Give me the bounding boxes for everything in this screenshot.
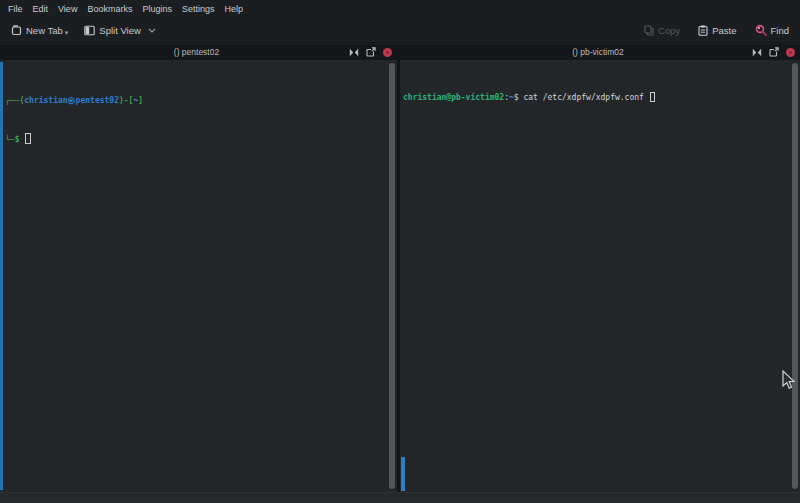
maximize-view-icon[interactable] <box>349 48 359 57</box>
new-tab-label: New Tab <box>26 25 63 36</box>
detach-view-icon[interactable] <box>366 47 376 57</box>
terminal-screen-pentest02[interactable]: ┌──(christian㉿pentest02)-[~] └─$ <box>0 60 397 492</box>
menu-plugins[interactable]: Plugins <box>137 0 177 18</box>
split-view-chevron-down-icon[interactable] <box>148 28 156 33</box>
terminal-cursor <box>25 133 31 144</box>
maximize-view-icon[interactable] <box>752 48 762 57</box>
split-view-icon <box>84 25 95 36</box>
menu-file[interactable]: File <box>3 0 28 18</box>
terminal-screen-pb-victim02[interactable]: christian@pb-victim02:~$ cat /etc/xdpfw/… <box>400 60 800 492</box>
terminal-pane-pentest02: () pentest02 <box>0 44 397 492</box>
new-tab-dropdown-caret-icon[interactable]: ▾ <box>65 29 69 37</box>
find-button[interactable]: Find <box>750 21 794 39</box>
terminal-output-pb-victim02: christian@pb-victim02:~$ cat /etc/xdpfw/… <box>403 65 655 130</box>
prompt-line-1: ┌──(christian㉿pentest02)-[~] <box>5 94 143 107</box>
pane-header-pb-victim02[interactable]: () pb-victim02 <box>400 44 800 60</box>
mouse-pointer-icon <box>782 370 796 390</box>
prompt-line-2: └─$ <box>5 133 143 146</box>
toolbar: New Tab ▾ Split View <box>0 18 800 43</box>
terminal-output-pentest02: ┌──(christian㉿pentest02)-[~] └─$ <box>5 68 143 172</box>
terminal-cursor <box>650 92 655 102</box>
split-view-button[interactable]: Split View <box>79 22 161 39</box>
detach-view-icon[interactable] <box>769 47 779 57</box>
find-magnifier-icon <box>755 24 767 36</box>
close-pane-button[interactable] <box>786 48 795 57</box>
menu-settings[interactable]: Settings <box>177 0 220 18</box>
split-view-container: () pentest02 <box>0 44 800 492</box>
window-bottom-edge <box>0 492 800 503</box>
scroll-position-indicator <box>401 457 405 491</box>
paste-icon <box>698 25 708 36</box>
paste-button[interactable]: Paste <box>693 22 741 39</box>
menu-bookmarks[interactable]: Bookmarks <box>82 0 137 18</box>
scroll-position-indicator <box>0 62 3 490</box>
new-tab-icon <box>11 25 22 36</box>
copy-button: Copy <box>639 22 685 39</box>
menu-bar: File Edit View Bookmarks Plugins Setting… <box>0 0 800 18</box>
split-view-label: Split View <box>99 25 141 36</box>
copy-label: Copy <box>658 25 680 36</box>
konsole-window: File Edit View Bookmarks Plugins Setting… <box>0 0 800 503</box>
menu-help[interactable]: Help <box>219 0 248 18</box>
menu-view[interactable]: View <box>53 0 82 18</box>
prompt-line: christian@pb-victim02:~$ cat /etc/xdpfw/… <box>403 91 655 104</box>
paste-label: Paste <box>712 25 736 36</box>
copy-icon <box>644 25 654 36</box>
pane-title-pentest02: () pentest02 <box>0 47 349 57</box>
close-pane-button[interactable] <box>383 48 392 57</box>
find-label: Find <box>771 25 789 36</box>
new-tab-button[interactable]: New Tab ▾ <box>6 20 73 40</box>
scrollbar-right-pane[interactable] <box>792 63 798 489</box>
scrollbar-left-pane[interactable] <box>389 63 395 489</box>
menu-edit[interactable]: Edit <box>28 0 54 18</box>
terminal-pane-pb-victim02: () pb-victim02 <box>400 44 800 492</box>
pane-title-pb-victim02: () pb-victim02 <box>400 47 752 57</box>
pane-header-pentest02[interactable]: () pentest02 <box>0 44 397 60</box>
